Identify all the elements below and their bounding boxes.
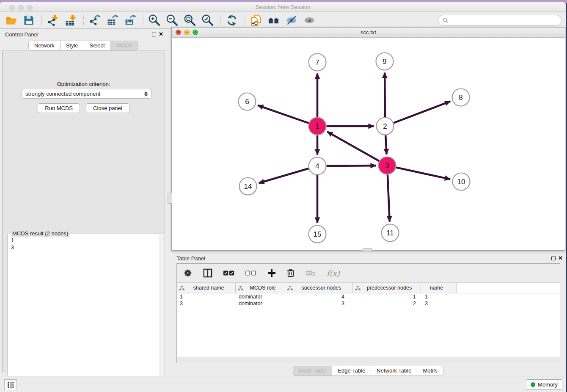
edge-2-9[interactable] (385, 72, 385, 117)
toolbar-separator (41, 14, 42, 27)
mcds-result-lines: 13 (11, 237, 14, 251)
node-label-9: 9 (383, 58, 386, 66)
first-neighbors-icon[interactable] (267, 14, 281, 27)
toolbar-separator (220, 14, 221, 27)
mcds-result-box: MCDS result (2 nodes) 13 (8, 234, 165, 392)
select-stepper-icon (144, 91, 148, 97)
edge-3-11[interactable] (388, 174, 390, 221)
column-header-mcds-role[interactable]: MCDS role (236, 283, 285, 293)
toolbar-separator (245, 14, 245, 27)
node-label-11: 11 (386, 229, 394, 237)
settings-gear-icon[interactable] (184, 267, 192, 279)
show-all-icon[interactable] (303, 14, 316, 27)
edge-2-8[interactable] (394, 101, 450, 123)
node-label-6: 6 (245, 98, 249, 106)
zoom-out-icon[interactable] (165, 14, 179, 27)
table-tabs: Node Table Edge Table Network Table Moti… (171, 366, 565, 376)
tab-network-table[interactable]: Network Table (371, 366, 417, 376)
table-header: shared name MCDS role successor nodes pr… (177, 283, 560, 293)
run-mcds-button[interactable]: Run MCDS (38, 103, 80, 113)
node-label-2: 2 (383, 122, 387, 130)
delete-table-icon (306, 267, 316, 279)
network-canvas[interactable]: 7968124314101511 (172, 38, 565, 250)
node-label-14: 14 (244, 182, 252, 190)
edge-4-3[interactable] (326, 166, 376, 166)
status-bar: Memory (0, 376, 566, 392)
edge-1-6[interactable] (258, 105, 309, 123)
main-titlebar: Session: New Session (0, 2, 566, 12)
delete-column-icon[interactable] (287, 267, 295, 279)
network-view-window: ✕ − + scc.txt 7968124314101511 (171, 27, 565, 251)
table-hscrollbar[interactable] (177, 357, 560, 363)
select-all-columns-icon[interactable] (223, 267, 234, 279)
import-table-icon[interactable] (64, 14, 77, 27)
column-header-name[interactable]: name (421, 283, 457, 293)
table-panel-title: Table Panel (176, 255, 205, 262)
tab-edge-table[interactable]: Edge Table (332, 366, 371, 376)
close-table-panel-icon[interactable]: ✕ (558, 255, 563, 261)
float-panel-icon[interactable] (152, 33, 156, 36)
tab-style[interactable]: Style (60, 41, 84, 51)
zoom-fit-icon[interactable] (183, 14, 197, 27)
table-row[interactable]: 3dominator323 (177, 300, 560, 307)
memory-button[interactable]: Memory (526, 379, 562, 390)
node-label-4: 4 (315, 162, 319, 170)
column-header-successor-nodes[interactable]: successor nodes (285, 283, 353, 293)
deselect-columns-icon[interactable] (245, 267, 256, 279)
vertical-splitter-handle[interactable] (168, 193, 172, 204)
close-panel-button[interactable]: Close panel (86, 103, 129, 113)
hide-selected-icon[interactable] (285, 14, 298, 27)
close-panel-icon[interactable]: ✕ (159, 31, 163, 37)
tab-mcds[interactable]: MCDS (110, 41, 138, 51)
tab-node-table[interactable]: Node Table (293, 366, 333, 376)
column-header-predecessor-nodes[interactable]: predecessor nodes (353, 283, 421, 293)
network-window-titlebar: ✕ − + scc.txt (172, 28, 565, 38)
refresh-layout-icon[interactable] (225, 14, 239, 27)
import-network-icon[interactable] (46, 14, 60, 27)
optimization-criterion-label: Optimization criterion: (3, 81, 165, 87)
table-toolbar: f(x) (177, 264, 560, 283)
export-network-icon[interactable] (88, 14, 102, 27)
export-image-icon[interactable] (124, 14, 137, 27)
window-title: Session: New Session (0, 4, 566, 10)
node-label-7: 7 (315, 58, 319, 66)
table-rows: 1dominator4113dominator323 (177, 293, 560, 357)
edge-3-10[interactable] (396, 168, 450, 179)
open-session-icon[interactable] (4, 14, 18, 27)
export-table-icon[interactable] (106, 14, 119, 27)
memory-label: Memory (538, 381, 558, 388)
control-panel-title: Control Panel (5, 31, 39, 38)
table-row[interactable]: 1dominator411 (177, 293, 560, 300)
zoom-selected-icon[interactable] (201, 14, 215, 27)
save-session-icon[interactable] (22, 14, 36, 27)
split-columns-icon[interactable] (203, 267, 212, 279)
tab-motifs[interactable]: Motifs (417, 366, 443, 376)
clone-network-icon[interactable] (249, 14, 263, 27)
float-table-panel-icon[interactable] (551, 257, 556, 260)
edge-2-3[interactable] (385, 135, 386, 154)
tab-select[interactable]: Select (84, 41, 111, 51)
search-icon (443, 17, 449, 23)
edge-4-14[interactable] (259, 168, 308, 183)
search-box[interactable] (438, 15, 561, 26)
node-label-10: 10 (457, 178, 465, 186)
attribute-type-icon (238, 286, 243, 290)
criterion-select[interactable]: strongly connected component (22, 89, 151, 99)
node-label-8: 8 (459, 94, 462, 102)
tab-network[interactable]: Network (28, 41, 61, 51)
horizontal-splitter-handle[interactable] (363, 248, 372, 251)
add-column-icon[interactable] (267, 267, 276, 279)
node-label-1: 1 (315, 122, 319, 130)
task-history-button[interactable] (4, 379, 17, 390)
list-icon (7, 382, 14, 388)
network-window-title: scc.txt (172, 29, 565, 36)
application-window: Session: New Session (0, 2, 566, 392)
mcds-result-legend: MCDS result (2 nodes) (11, 230, 70, 237)
edge-3-1[interactable] (327, 132, 379, 161)
memory-status-icon (531, 382, 535, 387)
control-panel: Control Panel ✕ Network Style Select MCD… (0, 28, 167, 376)
search-input[interactable] (451, 17, 557, 24)
result-scrollbar[interactable] (159, 235, 164, 392)
column-header-shared-name[interactable]: shared name (177, 283, 236, 293)
zoom-in-icon[interactable] (148, 14, 161, 27)
